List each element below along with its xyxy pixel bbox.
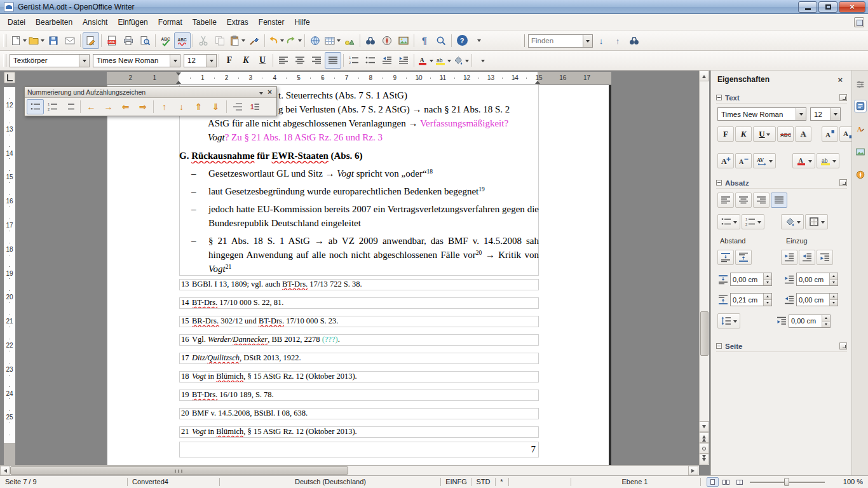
- floating-toolbar-close-button[interactable]: ×: [266, 88, 274, 97]
- redo-button[interactable]: [285, 32, 302, 49]
- clone-formatting-button[interactable]: [246, 32, 262, 49]
- status-page[interactable]: Seite 7 / 9: [5, 476, 126, 488]
- single-page-view-button[interactable]: [707, 477, 719, 487]
- open-button[interactable]: [27, 32, 45, 49]
- toolbar-grip[interactable]: [3, 54, 6, 67]
- bold-button[interactable]: F: [221, 52, 238, 69]
- spacing-above-field[interactable]: 0,00 cm: [730, 273, 772, 286]
- sidebar-shrink-font-button[interactable]: [735, 153, 752, 168]
- previous-page-button[interactable]: [699, 432, 709, 443]
- text-dialog-launcher-icon[interactable]: [839, 94, 847, 101]
- paste-button[interactable]: [228, 32, 246, 49]
- move-down-with-subpoints-button[interactable]: ⇓: [207, 99, 224, 114]
- find-toolbar-grip[interactable]: [522, 34, 525, 47]
- navigator-button[interactable]: [379, 32, 395, 49]
- toolbar-grip[interactable]: [3, 34, 6, 47]
- line-spacing-button[interactable]: [717, 313, 740, 329]
- sidebar-align-justify-button[interactable]: [771, 193, 787, 208]
- horizontal-scrollbar[interactable]: [0, 465, 699, 475]
- indent-after-field[interactable]: 0,00 cm: [796, 293, 838, 306]
- menu-item[interactable]: Einfügen: [112, 15, 153, 29]
- decrease-indent-button[interactable]: [379, 52, 395, 69]
- sidebar-settings-icon[interactable]: [854, 78, 867, 91]
- nonprinting-characters-button[interactable]: ¶: [416, 32, 433, 49]
- move-up-with-subpoints-button[interactable]: ⇑: [190, 99, 207, 114]
- sidebar-bullet-list-button[interactable]: [717, 214, 740, 229]
- find-and-replace-button[interactable]: [626, 32, 642, 49]
- tab-stop-selector[interactable]: [4, 72, 15, 83]
- document-window-icon[interactable]: [854, 17, 864, 27]
- align-justify-button[interactable]: [325, 52, 341, 69]
- sidebar-superscript-button[interactable]: [822, 126, 838, 142]
- horizontal-scroll-thumb[interactable]: [10, 466, 348, 475]
- sidebar-numbered-list-button[interactable]: [742, 214, 764, 229]
- document-page[interactable]: t. Steuerrechts (Abs. 7 S. 1 AStG) g bei…: [107, 85, 609, 465]
- bullet-list-button[interactable]: [362, 52, 379, 69]
- underline-button[interactable]: U: [254, 52, 271, 69]
- section-header-paragraph[interactable]: Absatz: [716, 177, 847, 189]
- menu-item[interactable]: Extras: [222, 15, 254, 29]
- section-header-text[interactable]: Text: [716, 92, 847, 104]
- copy-button[interactable]: [212, 32, 228, 49]
- scroll-up-button[interactable]: [699, 71, 709, 81]
- save-button[interactable]: [45, 32, 62, 49]
- promote-level-button[interactable]: ←: [83, 99, 100, 114]
- italic-button[interactable]: K: [238, 52, 254, 69]
- book-view-button[interactable]: [733, 477, 745, 487]
- toolbar-menu-arrow-icon[interactable]: [259, 92, 263, 97]
- export-pdf-button[interactable]: [104, 32, 120, 49]
- insert-unnumbered-entry-button[interactable]: [229, 99, 246, 114]
- no-list-button[interactable]: [61, 99, 78, 114]
- sidebar-align-center-button[interactable]: [735, 193, 752, 208]
- help-button[interactable]: ?: [454, 32, 470, 49]
- sidebar-tab-navigator[interactable]: [854, 168, 867, 181]
- numbered-list-button[interactable]: [346, 52, 362, 69]
- sidebar-grow-font-button[interactable]: [717, 153, 734, 168]
- font-size-combobox[interactable]: 12: [184, 54, 217, 67]
- move-down-button[interactable]: ↓: [173, 99, 190, 114]
- section-header-page[interactable]: Seite: [716, 341, 847, 352]
- sidebar-strikethrough-button[interactable]: [777, 126, 794, 142]
- sidebar-background-color-button[interactable]: [781, 214, 804, 229]
- print-button[interactable]: [120, 32, 137, 49]
- align-right-button[interactable]: [308, 52, 325, 69]
- hanging-indent-button[interactable]: [817, 250, 833, 265]
- scroll-right-button[interactable]: [688, 466, 698, 475]
- paragraph-style-combobox[interactable]: Textkörper: [10, 54, 90, 67]
- increase-indent-button[interactable]: [781, 250, 797, 265]
- multi-page-view-button[interactable]: [720, 477, 732, 487]
- highlighting-button[interactable]: [434, 52, 452, 69]
- align-center-button[interactable]: [292, 52, 308, 69]
- undo-button[interactable]: [267, 32, 285, 49]
- bullets-on-off-button[interactable]: [27, 99, 44, 114]
- cut-button[interactable]: [195, 32, 212, 49]
- menu-item[interactable]: Bearbeiten: [31, 15, 78, 29]
- gallery-button[interactable]: [395, 32, 412, 49]
- toolbar-options-button[interactable]: [470, 32, 487, 49]
- close-button[interactable]: ×: [839, 1, 865, 13]
- menu-item[interactable]: Fenster: [254, 15, 290, 29]
- font-color-button[interactable]: [416, 52, 434, 69]
- sidebar-highlighting-button[interactable]: [817, 153, 839, 168]
- find-previous-button[interactable]: ↑: [609, 32, 626, 49]
- section-expander-icon[interactable]: [716, 343, 722, 349]
- toolbar-options-button[interactable]: [474, 52, 491, 69]
- first-line-indent-field[interactable]: 0,00 cm: [789, 315, 831, 328]
- zoom-slider-handle[interactable]: [784, 478, 789, 486]
- vertical-scrollbar[interactable]: [699, 71, 709, 465]
- sidebar-bold-button[interactable]: F: [717, 126, 734, 142]
- restart-numbering-button[interactable]: [246, 99, 263, 114]
- new-document-button[interactable]: [10, 32, 27, 49]
- menu-item[interactable]: Hilfe: [290, 15, 315, 29]
- hyperlink-button[interactable]: [307, 32, 323, 49]
- insert-table-button[interactable]: [323, 32, 341, 49]
- status-language[interactable]: Deutsch (Deutschland): [222, 476, 438, 488]
- paragraph-dialog-launcher-icon[interactable]: [839, 179, 847, 186]
- auto-spellcheck-button[interactable]: [174, 32, 191, 49]
- decrease-indent-button[interactable]: [799, 250, 815, 265]
- menu-item[interactable]: Tabelle: [187, 15, 222, 29]
- edit-file-button[interactable]: [83, 32, 99, 49]
- sidebar-font-size-combobox[interactable]: 12: [810, 107, 841, 121]
- sidebar-italic-button[interactable]: K: [735, 126, 752, 142]
- maximize-button[interactable]: [818, 1, 837, 13]
